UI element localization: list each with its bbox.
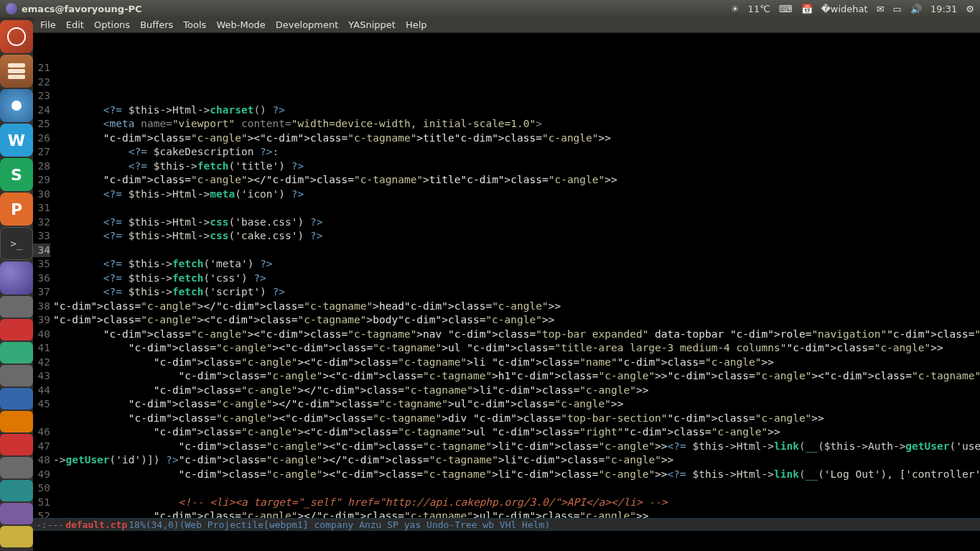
launcher-app-11[interactable] <box>0 526 33 547</box>
keyboard-icon[interactable]: ⌨ <box>779 4 793 14</box>
launcher-app-5[interactable] <box>0 388 33 409</box>
gear-icon[interactable]: ⚙ <box>966 4 974 14</box>
volume-icon[interactable]: 🔊 <box>910 4 922 14</box>
emacs-menubar: File Edit Options Buffers Tools Web-Mode… <box>33 17 980 33</box>
launcher-files[interactable] <box>0 55 33 88</box>
editor-area[interactable]: 2122232425262728293031323334353637383940… <box>33 33 980 518</box>
minibuffer[interactable] <box>33 531 980 551</box>
launcher-app-10[interactable] <box>0 503 33 524</box>
menu-options[interactable]: Options <box>94 19 130 30</box>
launcher-app-3[interactable] <box>0 342 33 364</box>
launcher-app-9[interactable] <box>0 480 33 501</box>
unity-launcher: W S P <box>0 17 33 551</box>
menu-edit[interactable]: Edit <box>66 19 84 30</box>
code-content[interactable]: <?= $this->Html->charset() ?> <meta name… <box>53 103 980 519</box>
line-numbers: 2122232425262728293031323334353637383940… <box>33 61 52 518</box>
launcher-app-4[interactable] <box>0 365 33 386</box>
launcher-app-8[interactable] <box>0 457 33 478</box>
calendar-icon[interactable]: 📅 <box>801 4 813 14</box>
emacs-window: File Edit Options Buffers Tools Web-Mode… <box>33 17 980 551</box>
launcher-wps-presentation[interactable]: P <box>0 193 33 226</box>
modeline-filename: default.ctp <box>64 519 129 530</box>
menu-development[interactable]: Development <box>276 19 339 30</box>
mode-line: -:--- default.ctp 18% (34,0) (Web Projec… <box>33 518 980 531</box>
system-tray: ☀ 11℃ ⌨ 📅 �widehat ✉ ▭ 🔊 19:31 ⚙ <box>731 4 974 14</box>
weather-temp[interactable]: 11℃ <box>748 4 770 14</box>
menu-buffers[interactable]: Buffers <box>140 19 173 30</box>
weather-icon[interactable]: ☀ <box>731 4 739 14</box>
launcher-app-7[interactable] <box>0 434 33 455</box>
launcher-emacs[interactable] <box>0 261 33 295</box>
clock[interactable]: 19:31 <box>930 4 957 14</box>
window-title: emacs@favoryoung-PC <box>22 4 142 14</box>
menu-file[interactable]: File <box>40 19 56 30</box>
launcher-app-2[interactable] <box>0 319 33 341</box>
menu-yasnippet[interactable]: YASnippet <box>348 19 396 30</box>
menu-help[interactable]: Help <box>406 19 427 30</box>
modeline-percent: 18% <box>129 519 145 530</box>
emacs-icon <box>6 3 17 14</box>
wifi-icon[interactable]: �widehat <box>821 4 868 14</box>
launcher-terminal[interactable] <box>0 227 33 260</box>
mail-icon[interactable]: ✉ <box>877 4 885 14</box>
launcher-dash[interactable] <box>0 20 33 53</box>
modeline-position: (34,0) <box>146 519 179 530</box>
launcher-wps-writer[interactable]: W <box>0 124 33 157</box>
launcher-app-6[interactable] <box>0 411 33 432</box>
battery-icon[interactable]: ▭ <box>893 4 902 14</box>
launcher-app-1[interactable] <box>0 296 33 318</box>
modeline-status: -:--- <box>36 519 64 530</box>
window-titlebar: emacs@favoryoung-PC ☀ 11℃ ⌨ 📅 �widehat ✉… <box>0 0 980 17</box>
launcher-chromium[interactable] <box>0 89 33 122</box>
menu-web-mode[interactable]: Web-Mode <box>216 19 265 30</box>
menu-tools[interactable]: Tools <box>183 19 206 30</box>
launcher-wps-spreadsheet[interactable]: S <box>0 158 33 191</box>
modeline-modes: (Web Projectile[webpm1] company Anzu SP … <box>179 519 551 530</box>
